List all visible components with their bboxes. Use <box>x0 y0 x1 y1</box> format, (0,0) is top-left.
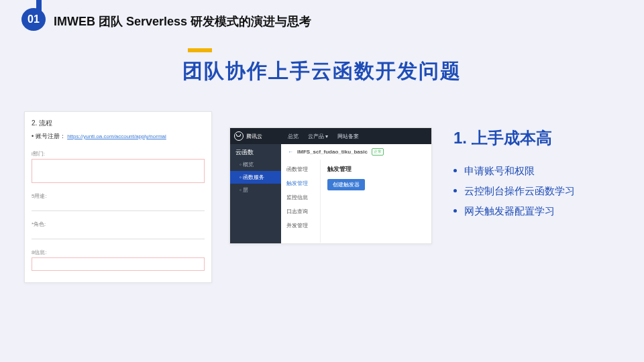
right-block: 1. 上手成本高 申请账号和权限云控制台操作云函数学习网关触发器配置学习 <box>453 127 575 221</box>
console-sidebar: 腾讯云 云函数 ◦ 概览◦ 函数服务◦ 层 <box>230 128 281 243</box>
list-item: 云控制台操作云函数学习 <box>453 181 575 201</box>
list-item: 网关触发器配置学习 <box>453 201 575 221</box>
status-badge: 正常 <box>372 148 384 156</box>
main-title: 团队协作上手云函数开发问题 <box>0 58 644 85</box>
field-input-usage[interactable] <box>32 210 205 211</box>
field-input-dept[interactable] <box>32 159 205 183</box>
submenu-item[interactable]: 函数管理 <box>281 162 320 176</box>
topnav-item[interactable]: 总览 <box>288 133 299 140</box>
back-icon[interactable]: ← <box>288 149 293 155</box>
form-register-line: • 账号注册： https://yunti.oa.com/account/app… <box>32 132 205 141</box>
sidebar-item[interactable]: ◦ 函数服务 <box>230 171 281 184</box>
field-label-usage: 5用途: <box>32 192 205 200</box>
form-section: 2. 流程 <box>32 119 205 128</box>
field-input-role[interactable] <box>32 239 205 239</box>
function-name: IMFS_scf_fudao_tiku_basic <box>297 149 368 155</box>
field-label-info: 8信息: <box>32 249 205 256</box>
console-main: 触发管理 创建触发器 <box>321 160 431 243</box>
console-submenu: 函数管理触发管理监控信息日志查询并发管理 <box>281 160 321 243</box>
console-topnav: 总览云产品 ▾网站备案 <box>281 128 431 144</box>
console-brand: 腾讯云 <box>246 133 262 140</box>
register-link[interactable]: https://yunti.oa.com/account/apply/norma… <box>67 133 166 139</box>
submenu-item[interactable]: 监控信息 <box>281 190 320 204</box>
title-accent <box>188 48 212 52</box>
console-screenshot: 腾讯云 云函数 ◦ 概览◦ 函数服务◦ 层 总览云产品 ▾网站备案 ← IMFS… <box>229 127 432 244</box>
field-label-role: *角色: <box>32 221 205 228</box>
submenu-item[interactable]: 并发管理 <box>281 219 320 233</box>
topnav-item[interactable]: 云产品 ▾ <box>308 133 328 140</box>
form-bullet-label: 账号注册： <box>36 133 66 139</box>
console-body: 总览云产品 ▾网站备案 ← IMFS_scf_fudao_tiku_basic … <box>281 128 431 243</box>
sidebar-item[interactable]: ◦ 概览 <box>230 158 281 171</box>
sidebar-item[interactable]: ◦ 层 <box>230 184 281 196</box>
field-label-dept: i部门: <box>32 150 205 158</box>
form-screenshot: 2. 流程 • 账号注册： https://yunti.oa.com/accou… <box>24 111 212 283</box>
submenu-item[interactable]: 日志查询 <box>281 204 320 219</box>
list-item: 申请账号和权限 <box>453 161 575 181</box>
right-list: 申请账号和权限云控制台操作云函数学习网关触发器配置学习 <box>453 161 575 221</box>
console-main-heading: 触发管理 <box>327 165 425 174</box>
sidebar-title: 云函数 <box>230 144 281 158</box>
field-input-info[interactable] <box>32 257 205 271</box>
tencent-cloud-icon <box>234 131 244 141</box>
submenu-item[interactable]: 触发管理 <box>281 176 320 190</box>
header-title: IMWEB 团队 Serverless 研发模式的演进与思考 <box>54 13 311 29</box>
right-heading: 1. 上手成本高 <box>453 127 575 149</box>
console-breadcrumb: ← IMFS_scf_fudao_tiku_basic 正常 <box>281 144 431 160</box>
console-brand-bar: 腾讯云 <box>230 128 281 144</box>
slide: 01 IMWEB 团队 Serverless 研发模式的演进与思考 团队协作上手… <box>0 0 644 362</box>
topnav-item[interactable]: 网站备案 <box>337 133 359 140</box>
slide-number: 01 <box>21 8 46 31</box>
create-trigger-button[interactable]: 创建触发器 <box>327 179 365 190</box>
